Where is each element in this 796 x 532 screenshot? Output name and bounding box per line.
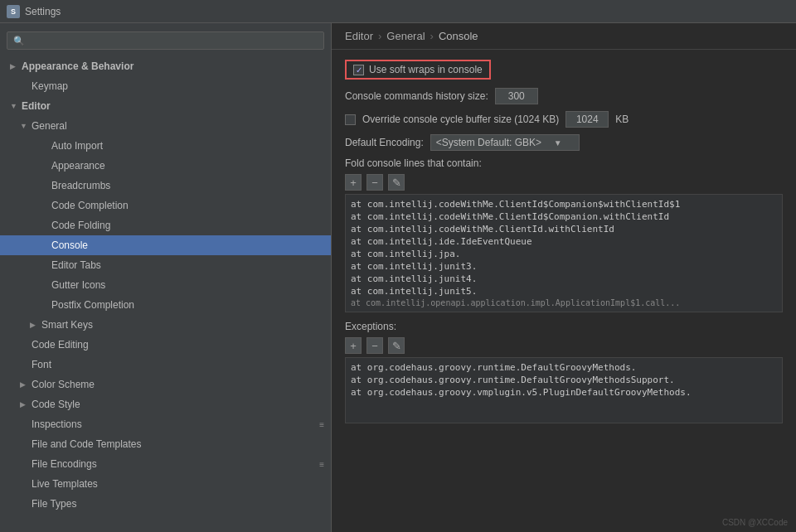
sidebar-item-appearance-behavior[interactable]: ▶Appearance & Behavior: [0, 56, 331, 76]
encoding-label: Default Encoding:: [345, 137, 424, 148]
fold-list-item: at com.intellij.junit4.: [351, 273, 777, 285]
encoding-dropdown[interactable]: <System Default: GBK> ▼: [430, 134, 580, 151]
breadcrumb-console: Console: [439, 30, 478, 42]
soft-wraps-row[interactable]: ✓ Use soft wraps in console: [345, 60, 491, 80]
sidebar-item-file-encodings[interactable]: File Encodings≡: [0, 454, 331, 474]
override-buffer-unit: KB: [615, 114, 629, 125]
exceptions-add-button[interactable]: +: [345, 337, 362, 354]
sidebar-item-keymap[interactable]: Keymap: [0, 76, 331, 96]
fold-list-item: at com.intellij.codeWithMe.ClientId.with…: [351, 223, 777, 235]
sidebar-item-label: Auto Import: [51, 140, 103, 152]
breadcrumb-general: General: [386, 30, 425, 42]
fold-add-button[interactable]: +: [345, 174, 362, 191]
exceptions-edit-button[interactable]: ✎: [388, 337, 405, 354]
soft-wraps-label: Use soft wraps in console: [369, 64, 483, 75]
override-buffer-input[interactable]: [565, 111, 609, 128]
main-layout: 🔍 ▶Appearance & BehaviorKeymap▼Editor▼Ge…: [0, 23, 796, 532]
sidebar-item-editor[interactable]: ▼Editor: [0, 96, 331, 116]
exceptions-remove-button[interactable]: −: [366, 337, 383, 354]
history-size-label: Console commands history size:: [345, 90, 488, 102]
breadcrumb-sep-1: ›: [378, 30, 381, 42]
soft-wraps-checkbox[interactable]: ✓: [353, 65, 364, 75]
exceptions-list: at org.codehaus.groovy.runtime.DefaultGr…: [345, 357, 783, 423]
dropdown-arrow-icon: ▼: [547, 138, 562, 148]
fold-list-item: at com.intellij.codeWithMe.ClientId$Comp…: [351, 198, 777, 210]
sidebar-item-label: Appearance: [51, 160, 105, 172]
fold-list-item: at com.intellij.junit3.: [351, 260, 777, 273]
sidebar-item-label: Inspections: [32, 418, 82, 430]
title-bar: S Settings: [0, 0, 796, 23]
sidebar-item-code-editing[interactable]: Code Editing: [0, 335, 331, 355]
sidebar-item-breadcrumbs[interactable]: Breadcrumbs: [0, 176, 331, 196]
fold-list-item: at com.intellij.junit5.: [351, 285, 777, 297]
sidebar-item-label: Code Editing: [32, 339, 89, 351]
sidebar-item-label: File Encodings: [32, 458, 97, 470]
sidebar-item-file-code-templates[interactable]: File and Code Templates: [0, 434, 331, 454]
breadcrumb: Editor › General › Console: [332, 23, 796, 50]
sidebar-item-editor-tabs[interactable]: Editor Tabs: [0, 255, 331, 275]
sidebar-item-file-types[interactable]: File Types: [0, 494, 331, 514]
sidebar-item-label: Code Folding: [51, 220, 110, 231]
search-input[interactable]: [7, 31, 324, 50]
arrow-icon: ▶: [10, 62, 22, 70]
exceptions-section-title: Exceptions:: [345, 321, 783, 332]
watermark: CSDN @XCCode: [722, 518, 788, 527]
sidebar-item-label: Color Scheme: [32, 379, 95, 390]
history-size-input[interactable]: [495, 88, 538, 104]
sidebar-item-label: Code Style: [32, 399, 80, 410]
fold-edit-button[interactable]: ✎: [388, 174, 405, 191]
sidebar-item-label: Console: [51, 239, 88, 251]
fold-list-item: at com.intellij.jpa.: [351, 248, 777, 260]
fold-section-title: Fold console lines that contain:: [345, 157, 783, 169]
settings-tree: ▶Appearance & BehaviorKeymap▼Editor▼Gene…: [0, 56, 331, 514]
sidebar: 🔍 ▶Appearance & BehaviorKeymap▼Editor▼Ge…: [0, 23, 332, 532]
sidebar-item-inspections[interactable]: Inspections≡: [0, 414, 331, 434]
fold-remove-button[interactable]: −: [366, 174, 383, 191]
sidebar-item-console[interactable]: Console: [0, 235, 331, 255]
sidebar-item-appearance[interactable]: Appearance: [0, 156, 331, 176]
sidebar-item-smart-keys[interactable]: ▶Smart Keys: [0, 315, 331, 335]
sidebar-item-label: Gutter Icons: [51, 279, 105, 291]
fold-list: at com.intellij.codeWithMe.ClientId$Comp…: [345, 194, 783, 312]
sidebar-item-general[interactable]: ▼General: [0, 116, 331, 136]
override-buffer-row: Override console cycle buffer size (1024…: [345, 111, 783, 128]
content-area: Editor › General › Console ✓ Use soft wr…: [332, 23, 796, 532]
exceptions-toolbar: + − ✎: [345, 337, 783, 354]
exceptions-list-item: at org.codehaus.groovy.runtime.DefaultGr…: [351, 361, 777, 374]
badge-icon: ≡: [319, 420, 324, 429]
arrow-icon: ▼: [20, 122, 32, 130]
encoding-value: <System Default: GBK>: [436, 137, 541, 148]
sidebar-item-label: Editor Tabs: [51, 259, 101, 271]
sidebar-item-color-scheme[interactable]: ▶Color Scheme: [0, 375, 331, 394]
sidebar-item-label: Live Templates: [32, 478, 98, 490]
search-icon: 🔍: [13, 36, 25, 46]
sidebar-item-live-templates[interactable]: Live Templates: [0, 474, 331, 494]
arrow-icon: ▶: [20, 380, 32, 389]
sidebar-item-code-style[interactable]: ▶Code Style: [0, 394, 331, 414]
sidebar-item-label: Postfix Completion: [51, 299, 134, 311]
arrow-icon: ▶: [20, 400, 32, 409]
sidebar-item-code-folding[interactable]: Code Folding: [0, 215, 331, 235]
sidebar-item-label: Breadcrumbs: [51, 180, 110, 191]
fold-list-item: at com.intellij.ide.IdeEventQueue: [351, 235, 777, 248]
sidebar-item-label: Smart Keys: [41, 319, 93, 331]
arrow-icon: ▶: [30, 321, 41, 329]
fold-list-item: at com.intellij.codeWithMe.ClientId$Comp…: [351, 210, 777, 223]
exceptions-list-item: at org.codehaus.groovy.vmplugin.v5.Plugi…: [351, 386, 777, 399]
sidebar-item-gutter-icons[interactable]: Gutter Icons: [0, 275, 331, 295]
breadcrumb-editor: Editor: [345, 30, 373, 42]
sidebar-item-code-completion[interactable]: Code Completion: [0, 196, 331, 215]
sidebar-item-label: General: [32, 120, 67, 132]
arrow-icon: ▼: [10, 102, 22, 110]
app-icon: S: [7, 5, 20, 18]
fold-toolbar: + − ✎: [345, 174, 783, 191]
encoding-row: Default Encoding: <System Default: GBK> …: [345, 134, 783, 151]
override-buffer-checkbox[interactable]: [345, 114, 356, 125]
sidebar-item-auto-import[interactable]: Auto Import: [0, 136, 331, 156]
search-wrap: 🔍: [0, 28, 331, 56]
settings-content: ✓ Use soft wraps in console Console comm…: [332, 50, 796, 532]
sidebar-item-postfix-completion[interactable]: Postfix Completion: [0, 295, 331, 315]
sidebar-item-font[interactable]: Font: [0, 355, 331, 375]
history-size-row: Console commands history size:: [345, 88, 783, 104]
sidebar-item-label: Code Completion: [51, 200, 129, 211]
